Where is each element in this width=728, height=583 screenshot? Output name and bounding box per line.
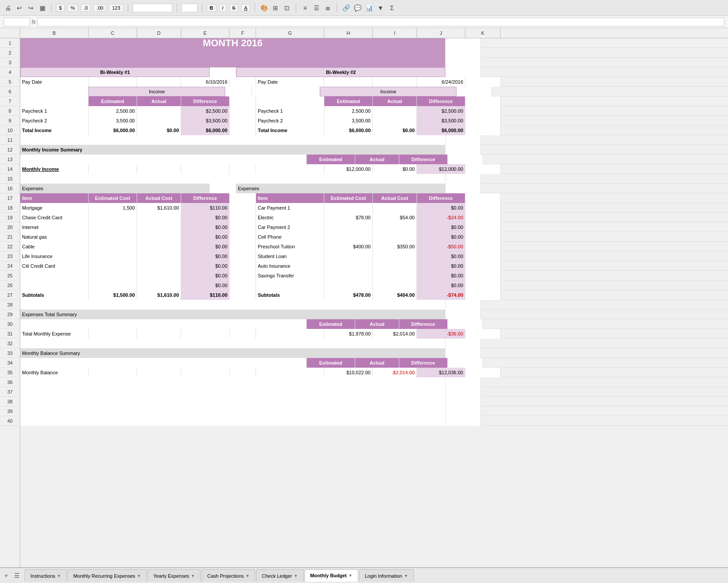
cell-d10[interactable]: $0.00 xyxy=(137,125,181,135)
cell-f14[interactable] xyxy=(230,164,256,174)
redo-icon[interactable]: ↪ xyxy=(26,4,35,12)
cell-k33[interactable] xyxy=(446,348,481,358)
cell-f22[interactable] xyxy=(230,242,256,251)
cell-k38[interactable] xyxy=(446,397,481,406)
cell-h22[interactable]: $400.00 xyxy=(324,242,373,251)
cell-e25[interactable]: $0.00 xyxy=(181,271,230,280)
cell-f31[interactable] xyxy=(230,329,256,339)
cell-k39[interactable] xyxy=(446,406,481,416)
cell-e8-diff[interactable]: $2,500.00 xyxy=(181,106,230,116)
cell-c24[interactable] xyxy=(89,261,137,271)
col-header-c[interactable]: C xyxy=(89,28,137,38)
cell-d7-actual1[interactable]: Actual xyxy=(137,96,181,106)
spreadsheet-grid[interactable]: MONTH 2016 Bi-Weekly #1 Bi-Weekly #2 xyxy=(20,38,728,567)
align-center-icon[interactable]: ☰ xyxy=(312,4,321,12)
tab-monthly-budget[interactable]: Monthly Budget ▼ xyxy=(305,569,358,582)
cell-b20[interactable]: Internet xyxy=(20,222,89,232)
cell-k40[interactable] xyxy=(446,416,481,426)
cell-k7[interactable] xyxy=(465,96,501,106)
cell-d27[interactable]: $1,610.00 xyxy=(137,290,181,300)
cell-j23[interactable]: $0.00 xyxy=(417,251,465,261)
cell-b40[interactable] xyxy=(20,416,446,426)
cell-k29[interactable] xyxy=(446,310,481,319)
cell-i24[interactable] xyxy=(373,261,417,271)
cell-c26[interactable] xyxy=(89,280,137,290)
cell-e9-diff[interactable]: $3,500.00 xyxy=(181,116,230,125)
cell-g6[interactable] xyxy=(252,87,320,96)
cell-j25[interactable]: $0.00 xyxy=(417,271,465,280)
cell-j5-paydate2-value[interactable]: 6/24/2016 xyxy=(417,77,465,87)
cell-c23[interactable] xyxy=(89,251,137,261)
cell-c27[interactable]: $1,500.00 xyxy=(89,290,137,300)
cell-e35[interactable] xyxy=(181,368,230,377)
cell-b11[interactable] xyxy=(20,135,446,145)
font-color-btn[interactable]: A xyxy=(241,4,250,12)
cell-b8-pc1[interactable]: Paycheck 1 xyxy=(20,106,89,116)
cell-k5[interactable] xyxy=(465,77,501,87)
cell-i34-act[interactable]: Actual xyxy=(355,358,399,368)
col-header-g[interactable]: G xyxy=(256,28,324,38)
cell-e7-diff1[interactable]: Difference xyxy=(181,96,230,106)
cell-d24[interactable] xyxy=(137,261,181,271)
cell-b2[interactable] xyxy=(20,48,446,58)
cell-k36[interactable] xyxy=(446,377,481,387)
cell-c5[interactable] xyxy=(89,77,137,87)
cell-j31[interactable]: -$36.00 xyxy=(417,329,465,339)
col-header-f[interactable]: F xyxy=(230,28,256,38)
cell-k6[interactable] xyxy=(457,87,492,96)
cell-g31[interactable] xyxy=(256,329,324,339)
cell-e18[interactable]: $110.00 xyxy=(181,203,230,213)
cell-b37[interactable] xyxy=(20,387,446,397)
cell-k15[interactable] xyxy=(446,174,481,184)
cell-b26[interactable] xyxy=(20,280,89,290)
cell-h14-est[interactable]: $12,000.00 xyxy=(324,164,373,174)
cell-h10[interactable]: $6,000.00 xyxy=(324,125,373,135)
cell-reference-input[interactable] xyxy=(4,18,30,26)
cell-b27[interactable]: Subtotals xyxy=(20,290,89,300)
cell-b31[interactable]: Total Monthly Expense xyxy=(20,329,89,339)
cell-f16[interactable] xyxy=(210,184,236,193)
cell-f35[interactable] xyxy=(230,368,256,377)
cell-b1[interactable]: MONTH 2016 xyxy=(20,38,446,48)
col-header-h[interactable]: H xyxy=(324,28,373,38)
cell-d19[interactable] xyxy=(137,213,181,222)
cell-b39[interactable] xyxy=(20,406,446,416)
tab-instructions[interactable]: Instructions ▼ xyxy=(25,569,67,582)
cell-k17[interactable] xyxy=(465,193,501,203)
cell-f20[interactable] xyxy=(230,222,256,232)
cell-k12[interactable] xyxy=(446,145,481,155)
cell-f27[interactable] xyxy=(230,290,256,300)
cell-f26[interactable] xyxy=(230,280,256,290)
cell-g10-total[interactable]: Total Income xyxy=(256,125,324,135)
cell-c14[interactable] xyxy=(89,164,137,174)
format-icon[interactable]: ▦ xyxy=(38,4,47,12)
cell-i14-act[interactable]: $0.00 xyxy=(373,164,417,174)
cell-b24[interactable]: Citi Credit Card xyxy=(20,261,89,271)
cell-c31[interactable] xyxy=(89,329,137,339)
col-header-d[interactable]: D xyxy=(137,28,181,38)
comment-icon[interactable]: 💬 xyxy=(353,4,362,12)
cell-k4[interactable] xyxy=(446,67,481,77)
cell-i30-act[interactable]: Actual xyxy=(355,319,399,329)
cell-f8[interactable] xyxy=(230,106,256,116)
cell-b35[interactable]: Monthly Balance xyxy=(20,368,89,377)
cell-i10[interactable]: $0.00 xyxy=(373,125,417,135)
cell-e27[interactable]: $110.00 xyxy=(181,290,230,300)
cell-d5[interactable] xyxy=(137,77,181,87)
cell-h8[interactable]: 2,500.00 xyxy=(324,106,373,116)
cell-k18[interactable] xyxy=(465,203,501,213)
cell-c10[interactable]: $6,000.00 xyxy=(89,125,137,135)
cell-k22[interactable] xyxy=(465,242,501,251)
cell-h30-est[interactable]: Estimated xyxy=(307,319,355,329)
col-header-j[interactable]: J xyxy=(417,28,465,38)
cell-b32[interactable] xyxy=(20,339,446,348)
cell-g17-item2[interactable]: Item xyxy=(256,193,324,203)
cell-f21[interactable] xyxy=(230,232,256,242)
cell-k10[interactable] xyxy=(465,125,501,135)
cell-i31[interactable]: $2,014.00 xyxy=(373,329,417,339)
cell-b17-item1[interactable]: Item xyxy=(20,193,89,203)
cell-k31[interactable] xyxy=(465,329,501,339)
cell-b38[interactable] xyxy=(20,397,446,406)
cell-k16[interactable] xyxy=(446,184,481,193)
undo-icon[interactable]: ↩ xyxy=(15,4,24,12)
